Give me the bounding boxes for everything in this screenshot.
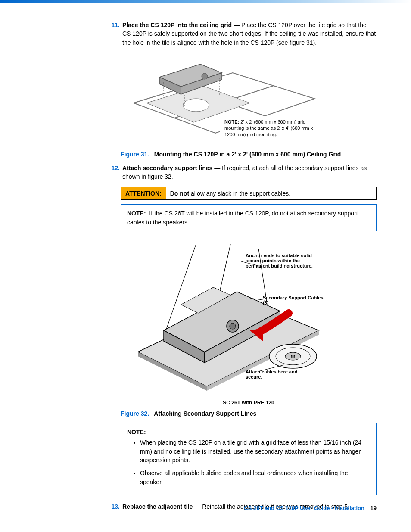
step-number: 12. [108, 164, 120, 181]
figure-32-sublabel: SC 26T with PRE 120 [121, 400, 377, 406]
note-label: NOTE: [127, 429, 146, 436]
anchor-label: Anchor ends to suitable solid secure poi… [246, 253, 323, 268]
note-bullet-2: Observe all applicable building codes an… [140, 469, 370, 486]
caption-prefix: Figure 32. [121, 410, 149, 417]
step-title: Place the CS 120P into the ceiling grid [122, 22, 232, 28]
step-title: Attach secondary support lines [122, 165, 212, 171]
step-11: 11. Place the CS 120P into the ceiling g… [108, 21, 377, 47]
figure-31: NOTE: 2' x 2' (600 mm x 600 mm) grid mou… [121, 56, 377, 147]
attention-bold: Do not [170, 190, 189, 197]
step-body: Attach secondary support lines — If requ… [122, 164, 377, 181]
figure-32-caption: Figure 32. Attaching Secondary Support L… [121, 410, 377, 417]
page-footer: CS 26T and CS 120P User Guide • Installa… [244, 505, 377, 511]
figure-31-caption: Figure 31. Mounting the CS 120P in a 2' … [121, 151, 377, 158]
attention-body: Do not allow any slack in the support ca… [166, 187, 376, 199]
secondary-label: Secondary Support Cables (3) [263, 295, 327, 305]
note-label: NOTE: [127, 210, 146, 217]
page-number: 19 [371, 505, 377, 511]
step-number: 13. [108, 502, 120, 511]
note-text: If the CS 26T will be installed in the C… [127, 210, 358, 225]
svg-point-23 [230, 323, 236, 329]
caption-text: Mounting the CS 120P in a 2' x 2' (600 m… [154, 151, 341, 158]
caption-prefix: Figure 31. [121, 151, 149, 158]
note-bullet-1: When placing the CS 120P on a tile grid … [140, 438, 370, 464]
attention-box: ATTENTION: Do not allow any slack in the… [121, 187, 377, 200]
attention-label: ATTENTION: [121, 187, 166, 199]
figure-31-note: NOTE: 2' x 2' (600 mm x 600 mm) grid mou… [220, 116, 323, 140]
svg-point-8 [202, 73, 208, 79]
top-accent-bar [0, 0, 411, 3]
step-title: Replace the adjacent tile [122, 503, 193, 510]
footer-text: CS 26T and CS 120P User Guide • Installa… [244, 505, 364, 511]
caption-text: Attaching Secondary Support Lines [154, 410, 256, 417]
step-12: 12. Attach secondary support lines — If … [108, 164, 377, 181]
svg-point-27 [291, 355, 295, 358]
step-number: 11. [108, 21, 120, 47]
svg-line-13 [220, 244, 230, 292]
figure-31-illustration: NOTE: 2' x 2' (600 mm x 600 mm) grid mou… [121, 56, 327, 146]
step-body: Place the CS 120P into the ceiling grid … [122, 21, 377, 47]
svg-point-4 [183, 99, 209, 112]
attach-label: Attach cables here and secure. [246, 369, 310, 380]
note-label: NOTE: [224, 119, 239, 124]
note-box-cs26t: NOTE: If the CS 26T will be installed in… [121, 204, 377, 231]
note-list: When placing the CS 120P on a tile grid … [127, 438, 370, 486]
final-note-box: NOTE: When placing the CS 120P on a tile… [121, 423, 377, 495]
figure-32-illustration: Anchor ends to suitable solid secure poi… [134, 240, 375, 395]
figure-32: Anchor ends to suitable solid secure poi… [134, 240, 377, 396]
attention-rest: allow any slack in the support cables. [189, 190, 290, 197]
